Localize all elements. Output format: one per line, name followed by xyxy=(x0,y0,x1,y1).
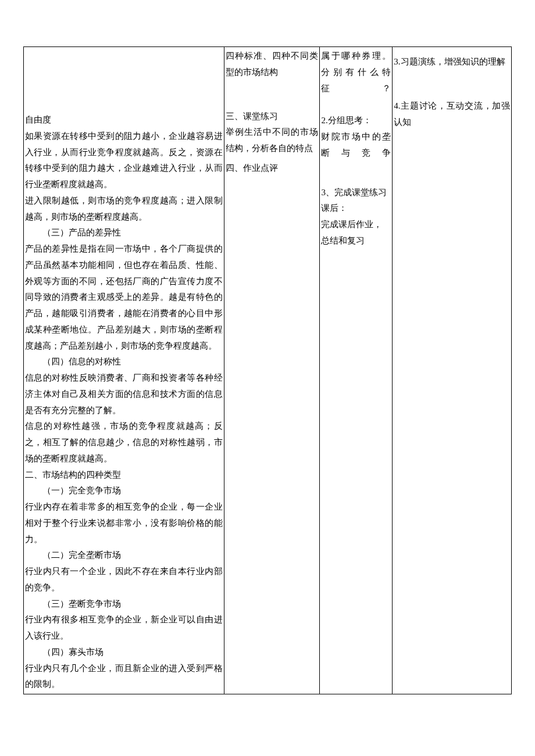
column-1: 自由度 如果资源在转移中受到的阻力越小，企业越容易进入行业，从而行业竞争程度就越… xyxy=(24,47,224,694)
col3-item-3-body1: 完成课后作业， xyxy=(321,217,391,233)
col3-item-2-title: 2.分组思考： xyxy=(321,113,391,129)
col2-item-1: 四种标准、四种不同类型的市场结构 xyxy=(226,48,319,81)
freedom-para-2: 进入限制越低，则市场的竞争程度越高；进入限制越高，则市场的垄断程度越高。 xyxy=(25,193,223,225)
col4-item-2: 4.主题讨论，互动交流，加强认知 xyxy=(394,98,510,131)
col3-item-2-body: 财院市场中的垄断与竞争 xyxy=(321,129,391,162)
type1-title: （一）完全竞争市场 xyxy=(25,483,223,499)
col2-item-2-body: 举例生活中不同的市场结构，分析各自的特点 xyxy=(226,124,319,157)
col3-item-1: 属于哪种券理。分别有什么特征？ xyxy=(321,48,391,96)
type3-title: （三）垄断竞争市场 xyxy=(25,596,223,612)
info-para-1: 信息的对称性反映消费者、厂商和投资者等各种经济主体对自己及相关方面的信息和技术方… xyxy=(25,370,223,418)
content-table: 自由度 如果资源在转移中受到的阻力越小，企业越容易进入行业，从而行业竞争程度就越… xyxy=(23,46,512,694)
type4-title: （四）寡头市场 xyxy=(25,644,223,661)
type4-body: 行业内只有几个企业，而且新企业的进入受到严格的限制。 xyxy=(25,661,223,693)
col3-item-3-title: 3、完成课堂练习课后： xyxy=(321,185,391,217)
type2-title: （二）完全垄断市场 xyxy=(25,547,223,564)
types-title: 二、市场结构的四种类型 xyxy=(25,467,223,483)
type2-body: 行业内只有一个企业，因此不存在来自本行业内部的竞争。 xyxy=(25,564,223,596)
type3-body: 行业内有很多相互竞争的企业，新企业可以自由进入该行业。 xyxy=(25,612,223,644)
diff-para: 产品的差异性是指在同一市场中，各个厂商提供的产品虽然基本功能相同，但也存在着品质… xyxy=(25,241,223,354)
info-title: （四）信息的对称性 xyxy=(25,354,223,370)
info-para-2: 信息的对称性越强，市场的竞争程度就越高；反之，相互了解的信息越少，信息的对称性越… xyxy=(25,418,223,467)
col3-item-3-body2: 总结和复习 xyxy=(321,233,391,249)
column-2: 四种标准、四种不同类型的市场结构 三、课堂练习 举例生活中不同的市场结构，分析各… xyxy=(224,47,320,694)
freedom-para-1: 如果资源在转移中受到的阻力越小，企业越容易进入行业，从而行业竞争程度就越高。反之… xyxy=(25,128,223,193)
freedom-title: 自由度 xyxy=(25,112,223,128)
column-3: 属于哪种券理。分别有什么特征？ 2.分组思考： 财院市场中的垄断与竞争 3、完成… xyxy=(320,47,393,694)
col2-item-2-title: 三、课堂练习 xyxy=(226,109,319,125)
col4-item-1: 3.习题演练，增强知识的理解 xyxy=(394,54,510,70)
type1-body: 行业内存在着非常多的相互竞争的企业，每一企业相对于整个行业来说都非常小，没有影响… xyxy=(25,499,223,547)
diff-title: （三）产品的差异性 xyxy=(25,225,223,241)
column-4: 3.习题演练，增强知识的理解 4.主题讨论，互动交流，加强认知 xyxy=(393,47,512,694)
page: 自由度 如果资源在转移中受到的阻力越小，企业越容易进入行业，从而行业竞争程度就越… xyxy=(0,0,535,756)
col2-item-3: 四、作业点评 xyxy=(226,160,319,177)
